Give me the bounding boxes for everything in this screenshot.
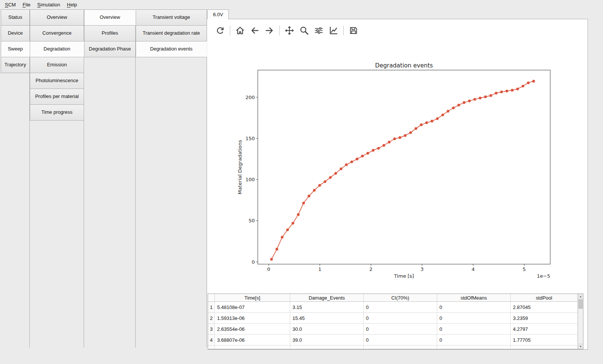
row-index: 2 (208, 313, 215, 324)
tab-device[interactable]: Device (1, 25, 30, 41)
scroll-thumb[interactable] (579, 300, 583, 309)
menu-scm[interactable]: SCM (2, 0, 19, 9)
svg-text:100: 100 (245, 177, 255, 182)
table-cell: 1.59313e-06 (215, 313, 290, 324)
refresh-icon (215, 26, 225, 35)
tab-degradation-events[interactable]: Degradation events (136, 41, 207, 57)
table-scrollbar[interactable]: ▲ ▼ (578, 294, 583, 349)
menu-simulation[interactable]: Simulation (34, 0, 64, 9)
table-cell: 3.68807e-06 (215, 335, 290, 346)
menu-file[interactable]: File (19, 0, 34, 9)
pan-icon (285, 26, 294, 35)
column-header-damage-events[interactable]: Damage_Events (290, 294, 364, 302)
subplots-button[interactable] (313, 24, 325, 37)
column-header-time-s[interactable]: Time[s] (215, 294, 290, 302)
svg-text:1e−5: 1e−5 (537, 273, 550, 279)
tab-time-progress[interactable]: Time progress (30, 104, 84, 121)
home-icon (235, 26, 245, 35)
row-index: 3 (208, 324, 215, 335)
svg-text:50: 50 (248, 218, 255, 223)
forward-icon (265, 26, 274, 35)
svg-text:200: 200 (245, 95, 255, 100)
tab-profiles[interactable]: Profiles (84, 25, 136, 41)
table-grid: Time[s]Damage_EventsCI(70%)stdOfMeansstd… (208, 294, 578, 349)
row-index: 1 (208, 302, 215, 313)
tab-emission[interactable]: Emission (30, 57, 84, 73)
toolbar-separator (230, 26, 230, 35)
subplots-icon (314, 26, 324, 35)
table-cell: 2.87045 (511, 302, 578, 313)
back-button[interactable] (249, 24, 261, 37)
plot-toolbar (214, 24, 360, 37)
tab-sweep[interactable]: Sweep (1, 41, 30, 57)
forward-button[interactable] (263, 24, 275, 37)
table-row[interactable]: 15.48108e-073.15002.87045 (208, 302, 578, 313)
tab-convergence[interactable]: Convergence (30, 25, 84, 41)
table-cell: 0 (437, 313, 511, 324)
table-cell: 30.0 (290, 324, 364, 335)
svg-text:1: 1 (318, 266, 321, 272)
zoom-button[interactable] (298, 24, 310, 37)
menu-help[interactable]: Help (64, 0, 81, 9)
tab-column-2: OverviewConvergenceDegradationEmissionPh… (30, 9, 84, 347)
table-corner (208, 294, 215, 302)
sidebar-tab-columns: StatusDeviceSweepTrajectoryOverviewConve… (1, 9, 207, 347)
tab-column-3: OverviewProfilesDegradation Phase (84, 9, 136, 347)
customize-icon (329, 26, 338, 35)
data-table: Time[s]Damage_EventsCI(70%)stdOfMeansstd… (208, 294, 583, 349)
table-cell: 0 (364, 335, 437, 346)
table-cell: 5.48108e-07 (215, 302, 290, 313)
tab-photoluminescence[interactable]: Photoluminescence (30, 73, 84, 89)
main-pane: 012345050100150200Degradation eventsTime… (207, 19, 588, 350)
scroll-up-button[interactable]: ▲ (578, 294, 583, 299)
row-index: 4 (208, 335, 215, 346)
table-row[interactable]: 43.68807e-0639.0001.77705 (208, 335, 578, 346)
table-row-partial (208, 346, 578, 349)
tab-trajectory[interactable]: Trajectory (1, 57, 30, 73)
table-cell: 4.2797 (511, 324, 578, 335)
plot-tabbar: 6.0V (207, 9, 229, 19)
tab-transient-voltage[interactable]: Transient voltage (136, 9, 207, 26)
customize-button[interactable] (328, 24, 340, 37)
save-button[interactable] (347, 24, 360, 37)
svg-text:Time [s]: Time [s] (394, 273, 414, 279)
table-cell: 15.45 (290, 313, 364, 324)
svg-text:0: 0 (267, 266, 270, 272)
tab-6-0v[interactable]: 6.0V (207, 9, 229, 19)
figure-canvas[interactable]: 012345050100150200Degradation eventsTime… (211, 40, 584, 289)
column-header-ci-70[interactable]: CI(70%) (364, 294, 437, 302)
table-row[interactable]: 32.63554e-0630.0004.2797 (208, 324, 578, 335)
svg-text:0: 0 (252, 259, 255, 265)
tab-degradation-phase[interactable]: Degradation Phase (84, 41, 136, 57)
pan-button[interactable] (283, 24, 295, 37)
degradation-events-chart[interactable]: 012345050100150200Degradation eventsTime… (211, 40, 584, 289)
back-icon (250, 26, 260, 35)
down-arrow-icon: ▼ (579, 345, 582, 348)
table-row[interactable]: 21.59313e-0615.45003.2359 (208, 313, 578, 324)
svg-text:5: 5 (523, 266, 526, 272)
toolbar-separator (279, 26, 280, 35)
column-header-stdofmeans[interactable]: stdOfMeans (437, 294, 511, 302)
column-header-stdpool[interactable]: stdPool (511, 294, 578, 302)
tab-profiles-per-material[interactable]: Profiles per material (30, 89, 84, 105)
zoom-icon (299, 26, 309, 35)
svg-text:3: 3 (421, 266, 424, 272)
tab-column-4: Transient voltageTransient degradation r… (136, 9, 207, 347)
scroll-down-button[interactable]: ▼ (578, 344, 583, 349)
refresh-button[interactable] (214, 24, 226, 37)
table-cell: 1.77705 (511, 335, 578, 346)
table-header-row: Time[s]Damage_EventsCI(70%)stdOfMeansstd… (208, 294, 578, 302)
home-button[interactable] (234, 24, 246, 37)
tab-degradation[interactable]: Degradation (30, 41, 84, 57)
tab-transient-degradation-rate[interactable]: Transient degradation rate (136, 25, 207, 41)
tab-overview[interactable]: Overview (84, 9, 136, 26)
tab-column-1: StatusDeviceSweepTrajectory (1, 9, 30, 347)
table-cell: 0 (437, 302, 511, 313)
tab-overview[interactable]: Overview (30, 9, 84, 26)
tab-status[interactable]: Status (1, 9, 30, 26)
svg-text:Material Degradations: Material Degradations (237, 140, 243, 194)
table-cell: 0 (364, 313, 437, 324)
table-cell: 0 (437, 335, 511, 346)
svg-text:2: 2 (369, 266, 372, 272)
toolbar-separator (343, 26, 344, 35)
